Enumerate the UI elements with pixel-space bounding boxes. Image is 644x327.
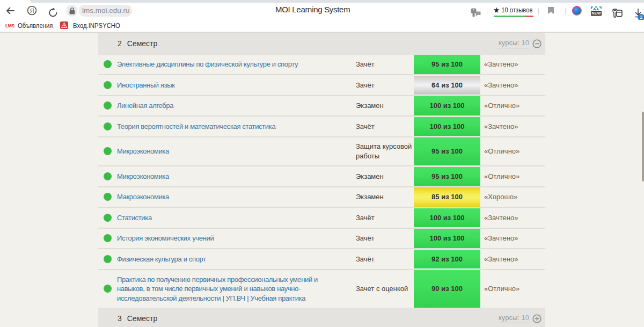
svg-text:NEW: NEW [591,11,601,16]
svg-text:Я: Я [30,8,34,14]
